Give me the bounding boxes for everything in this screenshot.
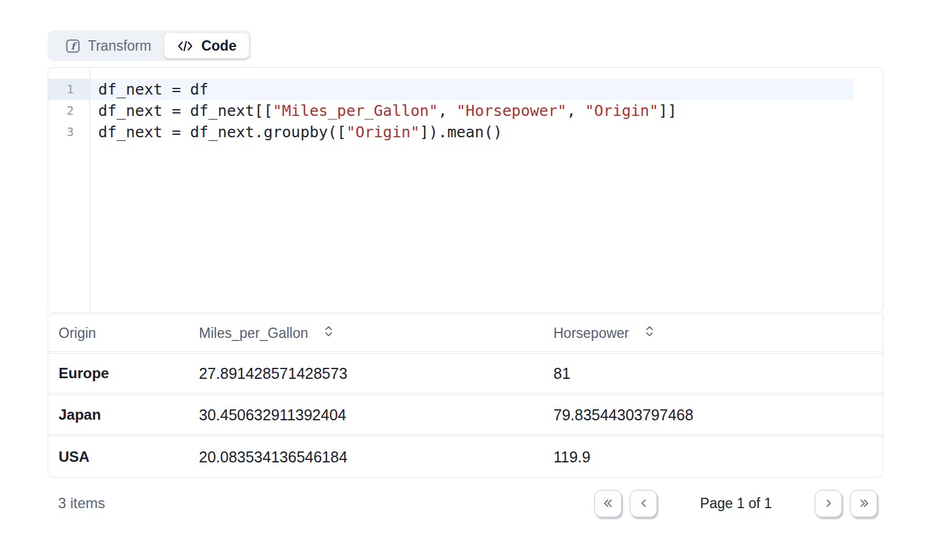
table-row: Japan30.45063291139240479.83544303797468 [48,395,883,435]
function-icon: f [66,39,80,53]
table-row: Europe27.89142857142857381 [48,353,883,393]
cell-value: 119.9 [543,448,883,466]
chevrons-left-icon [602,497,615,510]
tab-transform[interactable]: f Transform [50,33,164,59]
pagination-bar: 3 items Page 1 of 1 [48,486,884,521]
sort-chevrons-icon[interactable] [323,325,334,342]
code-text[interactable]: df_next = df_next[["Miles_per_Gallon", "… [90,100,854,121]
column-header-label: Horsepower [553,325,629,342]
code-text[interactable]: df_next = df_next.groupby(["Origin"]).me… [90,121,854,143]
cell-value: 27.891428571428573 [189,365,543,382]
cell-value: 81 [543,365,883,382]
chevrons-right-icon [857,497,871,510]
row-index-label: USA [48,448,189,465]
table-row: USA20.083534136546184119.9 [48,436,883,477]
items-count: 3 items [58,495,105,512]
code-brackets-icon [177,40,193,52]
line-number: 1 [48,79,90,100]
table-header-row: OriginMiles_per_Gallon Horsepower [48,314,883,352]
pager: Page 1 of 1 [594,490,877,517]
table-body: Europe27.89142857142857381Japan30.450632… [48,353,883,477]
result-table: OriginMiles_per_Gallon Horsepower Europe… [48,314,884,478]
code-line[interactable]: 3df_next = df_next.groupby(["Origin"]).m… [48,121,883,143]
line-number: 3 [48,121,90,143]
previous-page-button[interactable] [630,490,657,517]
code-text[interactable]: df_next = df [90,79,854,100]
first-page-button[interactable] [594,490,622,517]
cell-value: 30.450632911392404 [189,406,543,424]
cell-value: 20.083534136546184 [189,448,543,466]
next-page-button[interactable] [815,490,842,517]
cell-value: 79.83544303797468 [543,406,883,424]
last-page-button[interactable] [850,490,877,517]
chevron-left-icon [637,497,650,510]
column-header: Origin [48,325,189,342]
column-header[interactable]: Miles_per_Gallon [189,325,543,342]
column-header[interactable]: Horsepower [543,325,883,342]
chevron-right-icon [822,497,835,510]
code-line[interactable]: 1df_next = df [48,79,883,100]
dataframe-widget: f Transform Code 1df_next = df2df_next =… [48,31,884,521]
tab-code-label: Code [201,38,237,54]
code-editor[interactable]: 1df_next = df2df_next = df_next[["Miles_… [48,67,884,313]
sort-chevrons-icon[interactable] [644,325,655,342]
row-index-label: Japan [48,406,189,423]
row-index-label: Europe [48,365,189,382]
line-number: 2 [48,100,90,121]
column-header-label: Miles_per_Gallon [199,325,308,342]
code-line[interactable]: 2df_next = df_next[["Miles_per_Gallon", … [48,100,883,121]
column-header-label: Origin [59,325,96,342]
view-tabbar: f Transform Code [48,31,251,61]
tab-code[interactable]: Code [164,33,250,59]
svg-text:f: f [71,40,77,51]
page-indicator: Page 1 of 1 [700,495,772,512]
code-lines: 1df_next = df2df_next = df_next[["Miles_… [48,79,883,143]
tab-transform-label: Transform [88,38,151,54]
